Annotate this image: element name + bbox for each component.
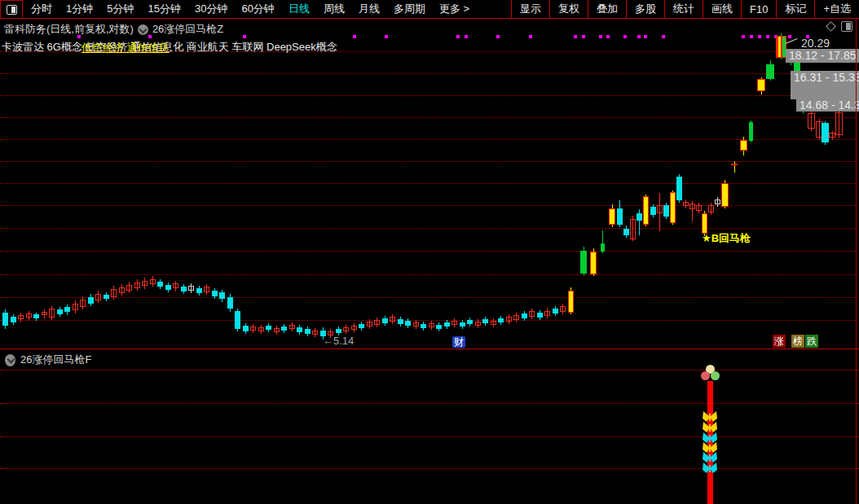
candle xyxy=(766,64,774,79)
signal-dot xyxy=(77,35,81,38)
candle xyxy=(715,199,720,204)
period-weekly[interactable]: 周线 xyxy=(324,2,345,16)
candle xyxy=(227,297,233,309)
sub-indicator-label[interactable]: 26涨停回马枪F xyxy=(20,353,91,367)
period-5min[interactable]: 5分钟 xyxy=(107,2,134,16)
candle xyxy=(390,317,395,322)
chevron-down-icon[interactable] xyxy=(5,354,15,366)
candle xyxy=(2,313,8,326)
candle xyxy=(537,313,543,318)
gap-annotation: 18.12 - 17.85 xyxy=(786,49,859,63)
candle xyxy=(452,321,457,325)
candle xyxy=(731,164,738,165)
tag-bang[interactable]: 榜 xyxy=(791,335,804,348)
cai-news-badge[interactable]: 财 xyxy=(452,336,465,348)
sub-indicator-panel[interactable]: 26涨停回马枪F xyxy=(0,349,859,504)
candle xyxy=(553,309,558,313)
candle xyxy=(281,327,287,331)
add-watchlist-button[interactable]: +自选 xyxy=(814,0,859,19)
signal-dot xyxy=(456,35,460,38)
candle xyxy=(33,314,39,318)
candle xyxy=(689,204,695,209)
candle xyxy=(467,320,473,324)
tag-zhang[interactable]: 涨 xyxy=(773,335,786,348)
fuquan-button[interactable]: 复权 xyxy=(549,0,588,19)
candle xyxy=(623,229,629,235)
signal-dot xyxy=(582,35,585,38)
signal-dot xyxy=(496,35,500,38)
gridline xyxy=(0,73,856,74)
candle xyxy=(351,326,357,330)
candle xyxy=(637,213,642,221)
stats-button[interactable]: 统计 xyxy=(664,0,703,19)
concept-tags-highlight: 低空经济 通信信息 xyxy=(81,41,170,55)
period-15min[interactable]: 15分钟 xyxy=(148,2,180,16)
peak-price-label: 20.29 xyxy=(801,37,830,50)
period-multi[interactable]: 多周期 xyxy=(394,2,425,16)
candle xyxy=(757,79,765,91)
candle xyxy=(126,285,132,291)
period-daily[interactable]: 日线 xyxy=(289,2,310,16)
candle xyxy=(617,208,623,225)
gridline xyxy=(0,436,859,437)
window-layout-icon[interactable] xyxy=(841,21,852,32)
f10-button[interactable]: F10 xyxy=(741,0,776,19)
signal-dot xyxy=(148,35,152,38)
candle xyxy=(26,313,32,318)
diamond-icon[interactable] xyxy=(826,21,836,32)
period-more[interactable]: 更多 > xyxy=(439,2,469,16)
tag-die[interactable]: 跌 xyxy=(805,335,818,348)
candle xyxy=(740,140,747,151)
candle xyxy=(42,312,47,315)
layout-toggle-button[interactable] xyxy=(0,0,23,19)
candle xyxy=(88,297,94,304)
main-indicator-label[interactable]: 26涨停回马枪Z xyxy=(152,22,223,37)
gridline xyxy=(0,403,859,404)
candle xyxy=(243,326,249,331)
period-monthly[interactable]: 月线 xyxy=(359,2,380,16)
candle xyxy=(413,322,419,327)
gridline xyxy=(0,51,856,52)
gap-annotation: 16.31 - 15.33 xyxy=(791,71,859,99)
candle xyxy=(544,311,550,316)
candle xyxy=(663,205,669,217)
candle xyxy=(560,306,566,312)
overlay-button[interactable]: 叠加 xyxy=(588,0,626,19)
candle xyxy=(49,309,55,318)
candle xyxy=(188,286,194,291)
gridline xyxy=(0,297,856,298)
candle xyxy=(683,202,689,206)
display-button[interactable]: 显示 xyxy=(511,0,549,19)
period-60min[interactable]: 60分钟 xyxy=(241,2,274,16)
candle xyxy=(382,318,388,323)
candle xyxy=(670,192,676,223)
signal-dot xyxy=(750,35,753,38)
candle xyxy=(80,300,86,307)
signal-dot xyxy=(644,35,647,38)
main-candlestick-panel[interactable]: 雷科防务(日线,前复权,对数) 26涨停回马枪Z 卡波雷达 6G概念 低空经济 … xyxy=(0,20,859,348)
gap-annotation: 14.68 - 14.3 xyxy=(796,99,859,112)
candle xyxy=(336,329,341,333)
candle xyxy=(165,285,171,290)
candle xyxy=(708,205,714,213)
candle xyxy=(212,291,218,296)
mark-button[interactable]: 标记 xyxy=(776,0,814,19)
period-fenshi[interactable]: 分时 xyxy=(31,2,52,16)
signal-ball-icon xyxy=(711,371,720,380)
candle xyxy=(676,177,682,200)
period-1min[interactable]: 1分钟 xyxy=(66,2,93,16)
draw-line-button[interactable]: 画线 xyxy=(703,0,741,19)
candle xyxy=(312,331,318,335)
candle xyxy=(374,320,380,325)
candle xyxy=(657,205,663,213)
period-30min[interactable]: 30分钟 xyxy=(195,2,227,16)
candle xyxy=(398,319,403,324)
signal-dot xyxy=(385,35,388,38)
peak-arrow-line xyxy=(785,38,797,44)
chevron-down-icon[interactable] xyxy=(138,24,148,35)
candle xyxy=(367,322,372,327)
candle xyxy=(157,282,163,287)
candle xyxy=(529,311,535,317)
multi-stock-button[interactable]: 多股 xyxy=(626,0,664,19)
candle xyxy=(630,219,636,239)
